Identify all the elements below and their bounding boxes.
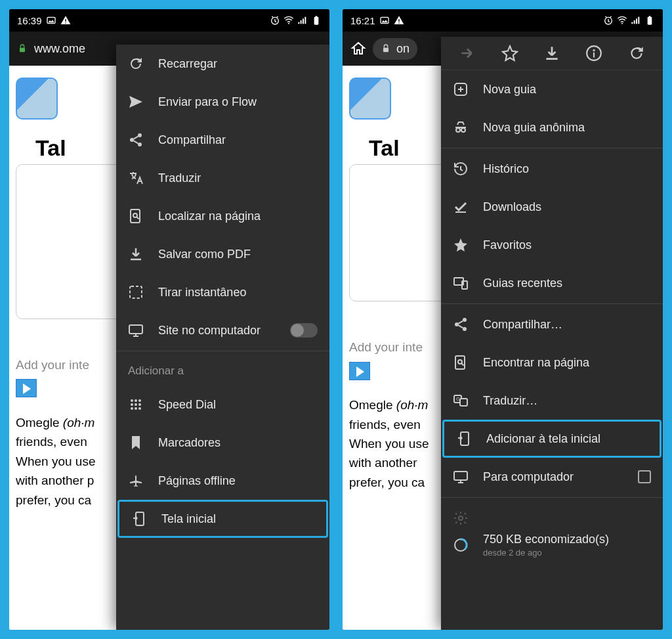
svg-rect-5 bbox=[298, 22, 299, 24]
menu-flow[interactable]: Enviar para o Flow bbox=[116, 83, 329, 121]
svg-rect-15 bbox=[131, 209, 140, 223]
svg-rect-55 bbox=[460, 399, 467, 406]
info-icon[interactable] bbox=[585, 45, 602, 62]
menu-speeddial[interactable]: Speed Dial bbox=[116, 386, 329, 424]
picture-icon bbox=[46, 15, 56, 26]
menu-desktop-site[interactable]: Site no computador bbox=[116, 311, 329, 349]
chrome-menu-panel: Nova guia Nova guia anônima Histórico Do… bbox=[441, 37, 663, 630]
menu-pdf[interactable]: Salvar como PDF bbox=[116, 235, 329, 273]
menu-incognito[interactable]: Nova guia anônima bbox=[441, 108, 663, 146]
menu-snapshot-label: Tirar instantâneo bbox=[158, 286, 246, 299]
battery-icon bbox=[644, 15, 655, 26]
forward-icon[interactable] bbox=[459, 45, 476, 62]
desktop-site-toggle[interactable] bbox=[290, 323, 318, 338]
svg-rect-37 bbox=[638, 17, 639, 24]
svg-point-26 bbox=[135, 407, 137, 410]
devices-icon bbox=[453, 275, 469, 291]
share-icon bbox=[128, 132, 144, 148]
svg-point-45 bbox=[456, 128, 460, 132]
signal-icon bbox=[297, 15, 308, 26]
phone-left-opera: 16:39 www.ome Tal Mobile vide feature. V… bbox=[9, 9, 329, 630]
svg-point-59 bbox=[459, 516, 463, 520]
menu-new-tab-label: Nova guia bbox=[483, 83, 536, 97]
alarm-icon bbox=[603, 15, 614, 26]
star-icon[interactable] bbox=[501, 45, 518, 62]
svg-point-14 bbox=[138, 143, 142, 146]
menu-divider bbox=[441, 497, 663, 498]
play-icon[interactable] bbox=[16, 379, 37, 397]
menu-share[interactable]: Compartilhar bbox=[116, 121, 329, 159]
svg-rect-18 bbox=[129, 325, 142, 334]
menu-homescreen-label: Tela inicial bbox=[161, 512, 216, 526]
svg-rect-6 bbox=[301, 20, 302, 24]
home-icon[interactable] bbox=[350, 41, 366, 56]
menu-top-actions bbox=[441, 37, 663, 70]
url-pill[interactable]: on bbox=[373, 38, 417, 60]
menu-find[interactable]: Localizar na página bbox=[116, 197, 329, 235]
check-icon bbox=[453, 199, 469, 215]
wifi-icon bbox=[284, 15, 294, 26]
svg-rect-30 bbox=[398, 19, 399, 22]
status-time: 16:39 bbox=[17, 15, 42, 26]
menu-addhome-label: Adicionar à tela inicial bbox=[486, 432, 600, 446]
lock-icon bbox=[381, 43, 391, 54]
status-time: 16:21 bbox=[350, 15, 375, 26]
menu-flow-label: Enviar para o Flow bbox=[158, 95, 257, 109]
svg-rect-36 bbox=[636, 18, 637, 24]
menu-desktop-site[interactable]: Para computador bbox=[441, 458, 663, 496]
menu-snapshot[interactable]: Tirar instantâneo bbox=[116, 273, 329, 311]
svg-point-51 bbox=[463, 327, 467, 331]
svg-rect-10 bbox=[316, 16, 318, 17]
svg-point-23 bbox=[135, 403, 137, 406]
svg-rect-38 bbox=[648, 17, 652, 25]
menu-reload[interactable]: Recarregar bbox=[116, 45, 329, 83]
menu-find-label: Encontrar na página bbox=[483, 356, 589, 370]
menu-find-in-page[interactable]: Encontrar na página bbox=[441, 343, 663, 382]
menu-history[interactable]: Histórico bbox=[441, 150, 663, 188]
menu-settings-partial[interactable] bbox=[441, 499, 663, 529]
svg-rect-39 bbox=[649, 16, 651, 17]
menu-homescreen[interactable]: Tela inicial bbox=[117, 500, 328, 538]
menu-desktop-label: Site no computador bbox=[158, 324, 261, 338]
menu-desktop-label: Para computador bbox=[483, 470, 574, 484]
svg-point-46 bbox=[461, 128, 465, 132]
menu-translate[interactable]: Traduzir bbox=[116, 159, 329, 197]
menu-data-saved[interactable]: 750 KB economizado(s) desde 2 de ago bbox=[441, 529, 663, 569]
new-tab-icon bbox=[453, 81, 469, 97]
find-in-page-icon bbox=[128, 208, 144, 224]
menu-downloads[interactable]: Downloads bbox=[441, 188, 663, 226]
svg-point-22 bbox=[131, 403, 133, 406]
menu-share[interactable]: Compartilhar… bbox=[441, 305, 663, 343]
svg-rect-34 bbox=[631, 22, 633, 24]
history-icon bbox=[453, 161, 469, 177]
menu-add-to-homescreen[interactable]: Adicionar à tela inicial bbox=[442, 420, 662, 458]
menu-favorites[interactable]: Favoritos bbox=[441, 226, 663, 264]
gear-icon bbox=[453, 510, 469, 526]
svg-point-20 bbox=[135, 399, 137, 402]
svg-rect-11 bbox=[20, 48, 25, 53]
desktop-site-checkbox[interactable] bbox=[638, 470, 651, 483]
menu-pdf-label: Salvar como PDF bbox=[158, 248, 251, 261]
wifi-icon bbox=[617, 15, 627, 26]
desktop-icon bbox=[128, 322, 144, 338]
send-icon bbox=[128, 94, 144, 110]
svg-rect-8 bbox=[304, 17, 306, 24]
menu-recent-tabs[interactable]: Guias recentes bbox=[441, 264, 663, 302]
menu-translate[interactable]: G Traduzir… bbox=[441, 382, 663, 420]
translate-icon: G bbox=[453, 393, 469, 408]
svg-rect-1 bbox=[65, 19, 66, 22]
svg-rect-31 bbox=[398, 22, 399, 23]
menu-new-tab[interactable]: Nova guia bbox=[441, 70, 663, 108]
reload-icon[interactable] bbox=[628, 45, 645, 62]
download-icon[interactable] bbox=[543, 45, 560, 62]
svg-point-12 bbox=[138, 133, 142, 137]
menu-share-label: Compartilhar bbox=[158, 133, 226, 147]
signal-icon bbox=[631, 15, 641, 26]
menu-offline[interactable]: Páginas offline bbox=[116, 462, 329, 500]
menu-bookmarks[interactable]: Marcadores bbox=[116, 424, 329, 462]
menu-divider bbox=[441, 148, 663, 148]
menu-divider bbox=[441, 303, 663, 304]
play-icon[interactable] bbox=[349, 362, 370, 380]
find-in-page-icon bbox=[453, 355, 469, 370]
menu-saved-label: 750 KB economizado(s) bbox=[483, 533, 609, 546]
